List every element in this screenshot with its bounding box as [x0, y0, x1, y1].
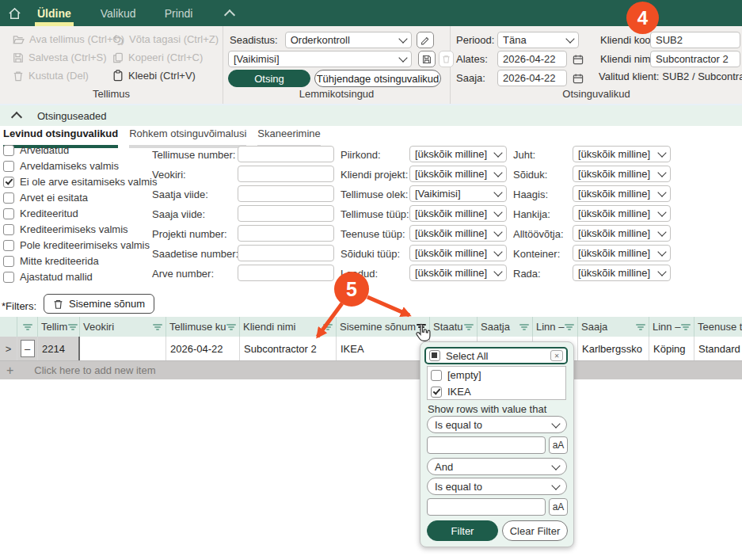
tellimuse-olek-select[interactable]: [Vaikimisi] — [409, 185, 507, 202]
tellimuse-tuup-select[interactable]: [ükskõik milline] — [409, 205, 507, 222]
row-collapse-cell[interactable]: – — [17, 337, 38, 360]
column-header-teenuse-tuup[interactable]: Teenuse tü — [694, 317, 742, 337]
column-header-expand[interactable] — [17, 317, 38, 337]
close-popup-icon[interactable]: ✕ — [550, 350, 563, 361]
column-header-tellimuse-kuupaev[interactable]: Tellimuse ku — [166, 317, 240, 337]
menu-prindi[interactable]: Prindi — [165, 7, 193, 20]
calendar-icon[interactable] — [573, 54, 584, 65]
menu-uldine[interactable]: Üldine — [37, 7, 71, 20]
calendar-icon[interactable] — [573, 73, 584, 84]
column-header-linn-saaja[interactable]: Linn – — [649, 317, 694, 337]
saaja-viide-input[interactable] — [238, 205, 334, 222]
laadud-select[interactable]: [ükskõik milline] — [409, 265, 507, 281]
filter-icon[interactable] — [226, 324, 237, 330]
veokiri-input[interactable] — [238, 166, 334, 182]
collapse-ribbon-icon[interactable] — [224, 9, 235, 20]
filter-value2-input[interactable] — [427, 498, 546, 516]
saatja-viide-input[interactable] — [238, 185, 334, 202]
cell-teenuse-tuup[interactable]: Standard — [694, 337, 742, 360]
checkbox-pole-krediteerimiseks-valmis[interactable]: Pole krediteerimiseks valmis — [3, 239, 150, 251]
filter-option-empty[interactable]: [empty] — [428, 367, 565, 383]
add-new-item-row[interactable]: + Click here to add new item — [0, 361, 742, 379]
kliendi-projekt-select[interactable]: [ükskõik milline] — [409, 166, 507, 182]
cell-tellimuse-kuupaev[interactable]: 2026-04-22 — [166, 337, 240, 360]
tab-rohkem-otsinguvoimalusi[interactable]: Rohkem otsinguvõimalusi — [129, 128, 246, 148]
logic-select[interactable]: And — [427, 458, 567, 475]
edit-setting-button[interactable] — [417, 32, 434, 48]
operator1-select[interactable]: Is equal to — [427, 416, 567, 433]
column-header-kliendi-nimi[interactable]: Kliendi nimi — [240, 317, 337, 337]
teenuse-tuup-select[interactable]: [ükskõik milline] — [409, 225, 507, 242]
delete-button[interactable]: Kustuta (Del) — [13, 70, 89, 82]
checkbox-krediteeritud[interactable]: Krediteeritud — [3, 208, 78, 219]
checkbox-mitte-krediteerida[interactable]: Mitte krediteerida — [3, 255, 99, 267]
filter-icon[interactable] — [564, 324, 574, 330]
save-favorite-button[interactable] — [418, 51, 436, 67]
periood-select[interactable]: Täna — [497, 32, 579, 48]
checkbox-ajastatud-mallid[interactable]: Ajastatud mallid — [3, 271, 93, 283]
operator2-select[interactable]: Is equal to — [427, 478, 567, 495]
checkbox-arveldatud[interactable]: Arveldatud — [3, 144, 69, 156]
filter-icon[interactable] — [519, 324, 529, 330]
favorite-search-select[interactable]: [Vaikimisi] — [228, 51, 412, 67]
kliendi-nimi-input[interactable]: Subcontractor 2 — [650, 51, 740, 67]
filter-icon[interactable] — [322, 324, 333, 330]
checkbox-arvet-ei-esitata[interactable]: Arvet ei esitata — [3, 192, 88, 204]
filter-icon[interactable] — [152, 324, 162, 330]
cell-kliendi-nimi[interactable]: Subcontractor 2 — [240, 337, 337, 360]
filter-icon[interactable] — [22, 324, 32, 330]
open-order-button[interactable]: Ava tellimus (Ctrl+O) — [13, 33, 124, 45]
kliendi-kood-input[interactable]: SUB2 — [650, 32, 740, 48]
juht-select[interactable]: [ükskõik milline] — [573, 146, 671, 162]
save-button[interactable]: Salvesta (Ctrl+S) — [13, 51, 107, 63]
column-header-linn-saatja[interactable]: Linn – — [533, 317, 578, 337]
copy-button[interactable]: Kopeeri (Ctrl+C) — [112, 51, 203, 63]
filter-option-ikea[interactable]: IKEA — [428, 383, 565, 400]
haagis-select[interactable]: [ükskõik milline] — [573, 185, 671, 202]
checkbox-krediteerimiseks-valmis[interactable]: Krediteerimiseks valmis — [3, 223, 128, 235]
column-header-saatja[interactable]: Saatja — [478, 317, 533, 337]
menu-valikud[interactable]: Valikud — [101, 7, 136, 20]
filter-icon[interactable] — [463, 324, 474, 330]
checkbox-ei-ole-arve-esitamiseks-valmis[interactable]: Ei ole arve esitamiseks valmis — [3, 176, 157, 188]
collapse-row-icon[interactable]: – — [21, 340, 35, 357]
match-case2-button[interactable]: aA — [549, 498, 568, 516]
filter-chip-sisemine-sonum[interactable]: Sisemine sõnum — [44, 294, 154, 314]
cell-linn-saaja[interactable]: Köping — [649, 337, 694, 360]
otsinguseaded-header[interactable]: Otsinguseaded — [0, 105, 742, 126]
undo-button[interactable]: Võta tagasi (Ctrl+Z) — [112, 33, 219, 45]
arve-number-input[interactable] — [238, 265, 334, 281]
search-button[interactable]: Otsing — [228, 70, 310, 87]
filter-value1-input[interactable] — [427, 436, 546, 454]
alates-date-input[interactable]: 2026-04-22 — [497, 51, 567, 67]
column-header-tellim[interactable]: Tellim — [38, 317, 80, 337]
filter-icon[interactable] — [680, 324, 691, 330]
hankija-select[interactable]: [ükskõik milline] — [573, 205, 671, 222]
alltoovotja-select[interactable]: [ükskõik milline] — [573, 225, 671, 242]
column-header-saaja[interactable]: Saaja — [578, 317, 649, 337]
clear-filter-button[interactable]: Clear Filter — [502, 520, 568, 541]
paste-button[interactable]: Kleebi (Ctrl+V) — [112, 70, 196, 82]
cell-veokiri[interactable] — [80, 337, 166, 360]
filter-icon[interactable] — [67, 324, 78, 330]
clear-search-options-button[interactable]: Tühjendage otsinguvalikud — [314, 70, 441, 87]
home-icon[interactable] — [7, 6, 22, 21]
cell-saaja[interactable]: Karlbergssko — [578, 337, 649, 360]
column-header-selector[interactable] — [0, 317, 17, 337]
soiduki-tuup-select[interactable]: [ükskõik milline] — [409, 245, 507, 261]
saadetise-number-input[interactable] — [238, 245, 334, 261]
table-row[interactable]: > – 2214 2026-04-22 Subcontractor 2 IKEA… — [0, 337, 742, 361]
column-header-veokiri[interactable]: Veokiri — [80, 317, 166, 337]
piirkond-select[interactable]: [ükskõik milline] — [409, 146, 507, 162]
projekti-number-input[interactable] — [238, 225, 334, 242]
checkbox-arveldamiseks-valmis[interactable]: Arveldamiseks valmis — [3, 160, 119, 172]
apply-filter-button[interactable]: Filter — [427, 520, 498, 541]
match-case1-button[interactable]: aA — [549, 436, 568, 454]
filter-icon[interactable] — [635, 324, 645, 330]
column-header-staatus[interactable]: Staatu — [430, 317, 478, 337]
cell-tellim[interactable]: 2214 — [38, 337, 80, 360]
seadistus-select[interactable]: Orderkontroll — [285, 32, 412, 48]
select-all-option[interactable]: Select All ✕ — [424, 347, 568, 364]
rada-select[interactable]: [ükskõik milline] — [573, 265, 671, 281]
soiduk-select[interactable]: [ükskõik milline] — [573, 166, 671, 182]
